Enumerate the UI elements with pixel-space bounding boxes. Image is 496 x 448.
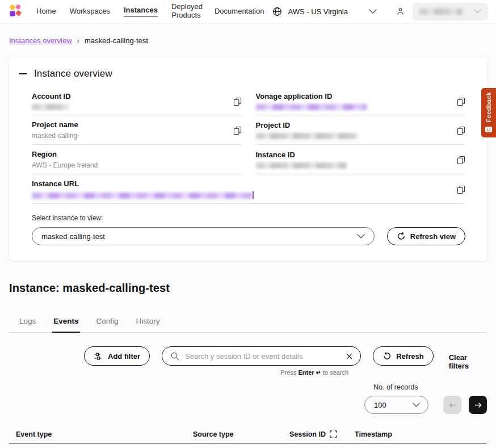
clear-search-icon[interactable] (346, 353, 352, 359)
nav-right: AWS - US Virginia (272, 3, 488, 20)
instance-url-value-redacted[interactable] (32, 192, 252, 199)
search-box (162, 346, 361, 366)
field-account-id: Account ID (32, 91, 242, 115)
column-session-id: Session ID (289, 430, 326, 438)
account-id-label: Account ID (32, 92, 71, 101)
column-event-type: Event type (16, 430, 193, 438)
instance-url-label: Instance URL (32, 179, 254, 188)
top-nav: Home Workspaces Instances Deployed Produ… (0, 0, 496, 23)
breadcrumb-instances-overview-link[interactable]: Instances overview (9, 36, 72, 45)
add-filter-button[interactable]: Add filter (84, 346, 150, 366)
nav-item-workspaces[interactable]: Workspaces (70, 7, 110, 16)
clear-filters-button[interactable]: Clear filters (449, 353, 487, 370)
field-vonage-application-id: Vonage application ID (256, 91, 466, 115)
account-id-value-redacted (32, 104, 69, 110)
nav-item-instances[interactable]: Instances (124, 6, 158, 16)
tab-config[interactable]: Config (95, 313, 120, 333)
page-title: Instance: masked-calling-test (9, 282, 487, 295)
tabbar: Logs Events Config History (9, 313, 487, 333)
instance-section: Instance: masked-calling-test Logs Event… (0, 282, 496, 448)
refresh-label: Refresh (396, 352, 423, 361)
breadcrumb-separator: › (77, 36, 79, 45)
field-project-id: Project ID (256, 119, 466, 145)
chevron-down-icon (357, 234, 365, 238)
copy-icon[interactable] (457, 156, 465, 164)
vonage-application-id-value-redacted[interactable] (256, 104, 367, 110)
collapse-icon[interactable] (19, 73, 27, 74)
table-header: Event type Source type Session ID Timest… (9, 425, 487, 443)
copy-icon[interactable] (457, 126, 465, 135)
arrow-right-icon (474, 401, 482, 409)
nav-item-home[interactable]: Home (36, 7, 56, 16)
nav-item-documentation[interactable]: Documentation (215, 7, 264, 16)
field-instance-id: Instance ID (256, 149, 466, 174)
press-enter-hint: Press Enter ↵ to search (280, 369, 348, 376)
add-filter-label: Add filter (108, 352, 140, 361)
feedback-tab[interactable]: Feedback (481, 88, 496, 137)
project-id-label: Project ID (256, 121, 358, 129)
filter-sliders-icon (94, 351, 103, 361)
instance-overview-card: Instance overview Account ID Vonage appl… (9, 57, 487, 261)
chevron-down-icon (369, 9, 377, 14)
project-name-value: masked-calling- (32, 132, 79, 140)
copy-icon[interactable] (233, 126, 242, 135)
refresh-view-button[interactable]: Refresh view (387, 227, 465, 245)
arrow-left-icon (448, 401, 457, 409)
primary-nav: Home Workspaces Instances Deployed Produ… (36, 3, 264, 20)
feedback-smiley-icon (485, 126, 493, 133)
refresh-button[interactable]: Refresh (373, 346, 433, 366)
search-input[interactable] (185, 352, 341, 361)
user-menu[interactable] (413, 3, 488, 20)
instance-url-end-mark (253, 191, 254, 199)
expand-columns-icon[interactable] (330, 430, 337, 438)
refresh-view-label: Refresh view (410, 232, 456, 241)
records-select[interactable]: 100 (364, 396, 428, 414)
field-instance-url: Instance URL (32, 178, 465, 204)
region-selector-label: AWS - US Virginia (288, 7, 348, 16)
breadcrumb-current: masked-calling-test (85, 36, 148, 45)
copy-icon[interactable] (233, 97, 242, 106)
tab-logs[interactable]: Logs (18, 313, 37, 333)
user-icon (396, 7, 405, 16)
prev-page-button[interactable] (443, 396, 461, 414)
breadcrumb: Instances overview › masked-calling-test (0, 23, 496, 45)
project-id-value-redacted (256, 133, 358, 139)
search-stack: Press Enter ↵ to search (162, 346, 361, 376)
refresh-cycle-icon (397, 232, 406, 241)
nav-item-deployed-products[interactable]: Deployed Products (171, 3, 201, 20)
region-selector[interactable]: AWS - US Virginia (272, 7, 377, 16)
refresh-undo-icon (382, 351, 392, 361)
table-row: callback_subscribed callback 00000000...… (9, 443, 487, 448)
instance-id-label: Instance ID (256, 150, 347, 159)
project-name-label: Project name (32, 120, 79, 129)
instance-select-value: masked-calling-test (41, 232, 105, 241)
chevron-down-icon (413, 403, 420, 407)
feedback-label: Feedback (485, 92, 492, 122)
select-instance-label: Select instance to view: (32, 214, 465, 222)
vonage-application-id-label: Vonage application ID (256, 92, 367, 101)
chevron-down-icon (474, 9, 481, 14)
region-label: Region (32, 150, 98, 158)
tab-history[interactable]: History (135, 313, 161, 333)
events-table: Event type Source type Session ID Timest… (9, 425, 487, 448)
tab-events[interactable]: Events (52, 313, 79, 333)
column-source-type: Source type (193, 430, 289, 438)
filter-row: Add filter Press Enter ↵ to search (84, 346, 487, 376)
field-region: Region AWS - Europe Ireland (32, 149, 242, 174)
records-label: No. of records (364, 383, 428, 391)
instance-select[interactable]: masked-calling-test (32, 227, 375, 245)
instance-id-value-redacted (256, 162, 347, 169)
copy-icon[interactable] (457, 185, 465, 194)
vonage-logo-icon[interactable] (9, 5, 24, 18)
records-select-value: 100 (374, 401, 386, 409)
copy-icon[interactable] (457, 97, 465, 106)
card-title: Instance overview (34, 68, 112, 79)
globe-icon (272, 7, 282, 16)
records-row: No. of records 100 (9, 383, 487, 414)
column-timestamp: Timestamp (355, 430, 469, 438)
region-value: AWS - Europe Ireland (32, 161, 98, 169)
user-name-redacted (419, 9, 463, 15)
field-project-name: Project name masked-calling- (32, 119, 242, 145)
next-page-button[interactable] (469, 396, 487, 414)
search-icon (170, 351, 180, 361)
